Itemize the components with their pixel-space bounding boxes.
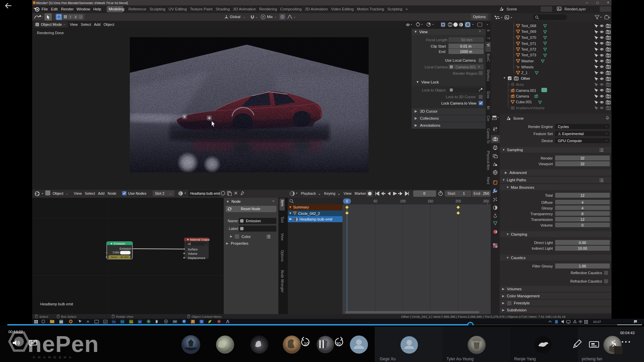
svg-text:Color: Color — [113, 251, 119, 254]
svg-text:Stren: Stren — [111, 256, 117, 259]
svg-text:150: 150 — [428, 199, 433, 203]
svg-text:0: 0 — [346, 199, 348, 203]
svg-text:30: 30 — [336, 341, 340, 346]
svg-text:Ps: Ps — [112, 320, 115, 323]
svg-text:10:27: 10:27 — [593, 320, 601, 323]
svg-text:▼ Material Output: ▼ Material Output — [186, 238, 210, 241]
svg-text:50: 50 — [373, 199, 377, 203]
svg-text:100: 100 — [400, 199, 406, 203]
svg-text:10: 10 — [304, 341, 309, 346]
svg-text:Select: Select — [39, 315, 48, 318]
svg-text:Pr: Pr — [121, 320, 124, 323]
svg-text:⌄: ⌄ — [205, 243, 207, 245]
svg-text:▼ Emission: ▼ Emission — [110, 242, 125, 245]
svg-text:45.300: 45.300 — [120, 256, 129, 259]
svg-text:Volume: Volume — [188, 252, 198, 255]
svg-text:Emission: Emission — [120, 247, 131, 250]
svg-text:200: 200 — [455, 199, 461, 203]
svg-text:Rotate View: Rotate View — [116, 315, 133, 318]
svg-text:Surface: Surface — [188, 248, 198, 251]
svg-text:Au: Au — [130, 320, 133, 323]
svg-text:W: W — [139, 320, 141, 323]
svg-text:Displacement: Displacement — [188, 256, 205, 260]
svg-text:Object Context Menu: Object Context Menu — [192, 315, 221, 318]
svg-text:中: 中 — [579, 320, 582, 324]
svg-text:Box Select: Box Select — [61, 315, 76, 318]
svg-text:All: All — [187, 242, 191, 246]
